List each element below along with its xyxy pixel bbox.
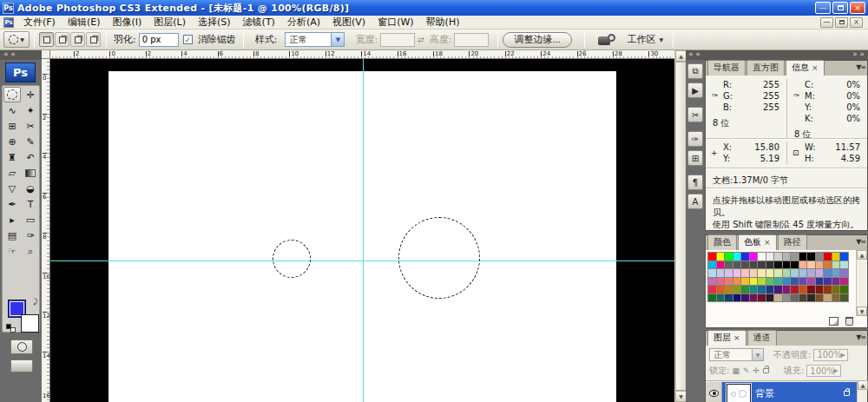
restore-button[interactable]: [832, 2, 848, 14]
info-tab-1[interactable]: 直方图: [746, 60, 785, 76]
small-marquee-selection[interactable]: [273, 240, 311, 278]
scroll-up-icon[interactable]: ▲: [857, 250, 867, 260]
menu-item-5[interactable]: 滤镜(T): [237, 15, 281, 30]
layers-tab-0[interactable]: 图层×: [707, 330, 746, 346]
delete-swatch-icon[interactable]: [845, 317, 853, 326]
canvas-vertical-scrollbar[interactable]: ▲ ▼: [674, 50, 686, 402]
dock-collapse-button[interactable]: « «: [686, 50, 705, 60]
layers-scrollbar[interactable]: ▲: [857, 380, 867, 402]
menu-item-1[interactable]: 编辑(E): [62, 15, 107, 30]
new-selection-button[interactable]: [39, 32, 54, 47]
screen-mode-button[interactable]: [10, 359, 33, 372]
menu-item-3[interactable]: 图层(L): [148, 15, 192, 30]
go-to-bridge-icon[interactable]: [598, 34, 617, 46]
layer-thumbnail[interactable]: [727, 384, 751, 402]
panels-collapse-button[interactable]: » »: [705, 50, 868, 60]
blend-mode-dropdown[interactable]: 正常 ▼: [709, 348, 764, 361]
brush-tool[interactable]: ✎: [22, 134, 39, 149]
panel-menu-icon[interactable]: ▼≡: [856, 63, 865, 71]
swap-colors-icon[interactable]: ⤸: [33, 298, 37, 306]
background-layer-row[interactable]: 背景: [706, 382, 857, 402]
toolbox-collapse-button[interactable]: « «: [0, 50, 42, 60]
info-tab-0[interactable]: 导航器: [707, 60, 746, 76]
eyedropper-tool[interactable]: ✑: [22, 227, 39, 243]
fill-control[interactable]: 100% ▶: [806, 365, 840, 377]
doc-minimize-button[interactable]: —: [820, 17, 833, 28]
opacity-control[interactable]: 100% ▶: [813, 349, 847, 361]
lock-transparency-icon[interactable]: ▦: [732, 366, 740, 375]
type-tool[interactable]: T: [22, 196, 39, 212]
clone-stamp-tool[interactable]: ♜: [3, 149, 21, 165]
scroll-down-icon[interactable]: ▼: [857, 306, 867, 316]
layer-comps-icon[interactable]: ⧉: [687, 63, 703, 79]
antialias-checkbox[interactable]: ✓: [183, 35, 193, 44]
history-brush-tool[interactable]: ↶: [22, 149, 39, 165]
pen-tool[interactable]: ✒: [3, 196, 21, 212]
close-button[interactable]: ×: [850, 2, 865, 14]
swatches-tab-0[interactable]: 颜色: [707, 234, 737, 250]
background-color-swatch[interactable]: [21, 314, 39, 333]
add-to-selection-button[interactable]: [55, 32, 69, 47]
eraser-tool[interactable]: ▱: [3, 165, 21, 181]
swatches-scrollbar[interactable]: ▲ ▼: [856, 250, 866, 316]
tab-close-icon[interactable]: ×: [733, 333, 740, 342]
tab-close-icon[interactable]: ×: [764, 238, 771, 247]
path-selection-tool[interactable]: ▸: [3, 212, 21, 227]
layer-visibility-toggle[interactable]: [706, 382, 722, 402]
feather-input[interactable]: [139, 33, 179, 47]
lock-pixels-icon[interactable]: ✎: [743, 366, 750, 375]
healing-brush-tool[interactable]: ⊕: [3, 134, 21, 149]
doc-restore-button[interactable]: [835, 17, 848, 28]
character-icon[interactable]: A: [687, 194, 703, 209]
current-tool-button[interactable]: ▼: [3, 31, 30, 48]
quick-selection-tool[interactable]: ✦: [22, 102, 39, 118]
layers-tab-1[interactable]: 通道: [747, 330, 777, 346]
panel-menu-icon[interactable]: ▼≡: [856, 238, 865, 246]
height-input[interactable]: [454, 33, 489, 47]
lasso-tool[interactable]: ∿: [3, 102, 21, 118]
notes-tool[interactable]: ▤: [3, 227, 21, 243]
menu-item-6[interactable]: 分析(A): [281, 15, 326, 30]
swatches-tab-1[interactable]: 色板×: [738, 234, 777, 250]
actions-icon[interactable]: ▶: [687, 82, 703, 98]
panel-menu-icon[interactable]: ▼≡: [856, 333, 865, 341]
menu-item-8[interactable]: 窗口(W): [372, 15, 419, 30]
refine-edge-button[interactable]: 调整边缘...: [503, 32, 571, 48]
default-colors-icon[interactable]: [6, 324, 16, 333]
color-swatch-101[interactable]: [839, 293, 849, 303]
zoom-tool[interactable]: ⌕: [22, 243, 39, 259]
elliptical-marquee-tool[interactable]: [3, 87, 21, 102]
width-input[interactable]: [380, 33, 415, 47]
menu-item-4[interactable]: 选择(S): [192, 15, 237, 30]
shape-tool[interactable]: ▭: [22, 212, 39, 227]
workspace-button[interactable]: 工作区 ▼: [622, 31, 669, 48]
document-viewport[interactable]: [50, 59, 674, 402]
minimize-button[interactable]: —: [815, 2, 831, 14]
menu-item-2[interactable]: 图像(I): [106, 15, 148, 30]
lock-position-icon[interactable]: ✛: [753, 366, 760, 375]
tab-close-icon[interactable]: ×: [812, 63, 819, 72]
doc-close-button[interactable]: ×: [850, 17, 863, 28]
info-tab-2[interactable]: 信息×: [786, 60, 825, 76]
tool-presets-icon[interactable]: ✂: [687, 107, 703, 122]
lock-all-icon[interactable]: [763, 368, 769, 373]
ruler-top[interactable]: 2024681012141618202224262830: [50, 50, 674, 59]
quick-mask-button[interactable]: [10, 339, 33, 354]
slice-tool[interactable]: ✂: [22, 118, 39, 134]
menu-item-7[interactable]: 视图(V): [326, 15, 372, 30]
ruler-left[interactable]: 0246810121416: [42, 59, 50, 402]
hand-tool[interactable]: ☞: [3, 243, 21, 259]
scroll-up-icon[interactable]: ▲: [858, 380, 868, 390]
clone-source-icon[interactable]: ⊞: [687, 150, 703, 166]
blur-tool[interactable]: ▽: [3, 181, 21, 196]
brushes-icon[interactable]: ✑: [687, 131, 703, 147]
gradient-tool[interactable]: [22, 165, 39, 181]
vertical-guide[interactable]: [363, 59, 364, 402]
paragraph-icon[interactable]: ¶: [687, 175, 703, 190]
subtract-from-selection-button[interactable]: [70, 32, 85, 47]
ruler-corner[interactable]: [42, 50, 50, 59]
large-marquee-selection[interactable]: [398, 217, 480, 299]
layer-name[interactable]: 背景: [755, 387, 774, 400]
intersect-selection-button[interactable]: [86, 32, 101, 47]
new-swatch-icon[interactable]: [829, 317, 838, 326]
